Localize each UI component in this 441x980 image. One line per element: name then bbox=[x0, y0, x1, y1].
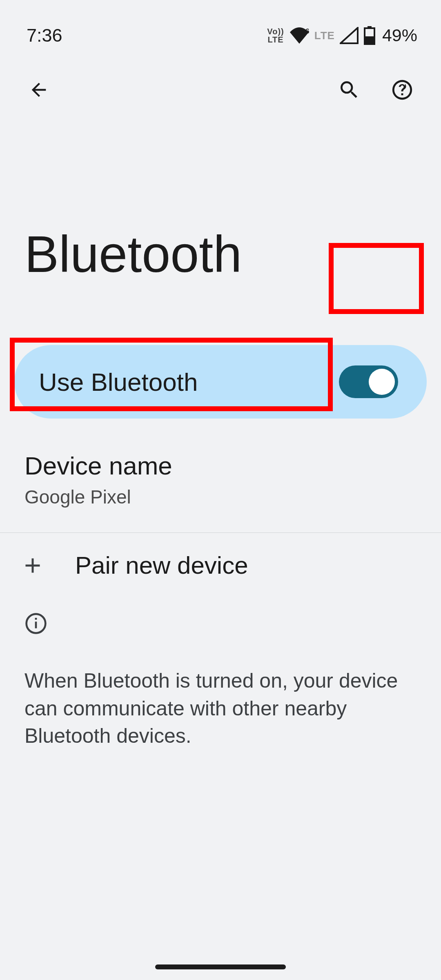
help-button[interactable] bbox=[386, 74, 419, 106]
pair-new-device-label: Pair new device bbox=[75, 551, 248, 579]
nav-handle[interactable] bbox=[155, 964, 286, 969]
help-icon bbox=[390, 78, 414, 102]
volte-icon: Vo)) LTE bbox=[267, 27, 284, 44]
status-bar: 7:36 Vo)) LTE 6 LTE 49% bbox=[0, 0, 441, 57]
device-name-value: Google Pixel bbox=[24, 486, 416, 508]
pair-new-device-row[interactable]: Pair new device bbox=[0, 533, 441, 598]
search-button[interactable] bbox=[333, 74, 365, 106]
svg-text:6: 6 bbox=[305, 27, 309, 35]
use-bluetooth-label: Use Bluetooth bbox=[39, 368, 198, 396]
use-bluetooth-row[interactable]: Use Bluetooth bbox=[14, 345, 427, 419]
info-text: When Bluetooth is turned on, your device… bbox=[24, 667, 416, 750]
app-bar bbox=[0, 57, 441, 122]
svg-rect-5 bbox=[35, 621, 37, 628]
status-time: 7:36 bbox=[27, 25, 62, 46]
back-button[interactable] bbox=[22, 74, 55, 106]
info-icon bbox=[24, 612, 47, 635]
device-name-title: Device name bbox=[24, 451, 416, 480]
wifi-icon: 6 bbox=[289, 27, 310, 44]
use-bluetooth-switch[interactable] bbox=[339, 365, 398, 398]
search-icon bbox=[338, 78, 361, 101]
arrow-back-icon bbox=[28, 79, 49, 100]
battery-percent: 49% bbox=[382, 25, 417, 45]
battery-icon bbox=[363, 26, 376, 45]
cell-signal-icon bbox=[340, 27, 359, 44]
svg-rect-3 bbox=[365, 36, 374, 45]
device-name-row[interactable]: Device name Google Pixel bbox=[0, 427, 441, 532]
lte-label: LTE bbox=[314, 31, 335, 40]
info-block: When Bluetooth is turned on, your device… bbox=[0, 598, 441, 764]
page-title: Bluetooth bbox=[0, 122, 441, 345]
status-indicators: Vo)) LTE 6 LTE 49% bbox=[267, 25, 417, 45]
switch-knob bbox=[369, 369, 395, 395]
svg-rect-6 bbox=[35, 618, 37, 620]
plus-icon bbox=[20, 553, 45, 578]
